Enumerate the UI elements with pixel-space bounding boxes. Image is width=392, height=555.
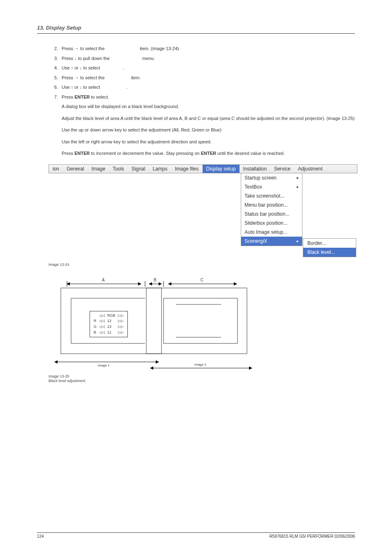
dd-menu-bar-position[interactable]: Menu bar position... — [241, 200, 302, 210]
dd-textbox[interactable]: TextBox▸ — [241, 182, 302, 191]
t: item. (image 13-24) — [138, 46, 179, 51]
ch-g: G — [93, 325, 97, 329]
step-num: 5. — [54, 74, 62, 81]
val-b: 11 — [106, 330, 116, 335]
menu-item-installation[interactable]: Installation — [240, 165, 270, 173]
t: . — [125, 85, 128, 90]
step-2: 2.Press → to select the item. (image 13-… — [54, 45, 355, 52]
footer-doc-id: R5976815 RLM G5I PERFORMER 02/06/2006 — [270, 534, 355, 539]
para-1: A dialog box will be displayed on a blac… — [62, 103, 355, 110]
sub-border[interactable]: Border... — [303, 239, 356, 248]
step-text: Press → to select the item. (image 13-24… — [62, 45, 355, 52]
menu-item-image-files[interactable]: Image files — [171, 165, 202, 173]
t: Press → to select the — [62, 75, 106, 80]
rgb-header: RGB — [106, 313, 116, 318]
menu-item-image[interactable]: Image — [88, 165, 109, 173]
t: Press → to select the — [62, 46, 106, 51]
menu-item-service[interactable]: Service — [270, 165, 294, 173]
caption-image-13-25: Image 13-25 Black level adjustment — [48, 374, 355, 384]
step-5: 5.Press → to select the item. — [54, 74, 355, 81]
chevron-right-icon: ▸ — [297, 184, 299, 189]
menu-bar: ion General Image Tools Signal Lamps Ima… — [48, 164, 357, 173]
t: to increment or decrement the value. Sta… — [90, 151, 201, 156]
step-num: 4. — [54, 64, 62, 71]
menu-item-general[interactable]: General — [63, 165, 88, 173]
dd-status-bar-position[interactable]: Status bar position... — [241, 210, 302, 219]
label-c: C — [201, 278, 203, 282]
caption-line1: Image 13-25 — [48, 374, 355, 379]
label: TextBox — [244, 184, 262, 190]
dd-take-screenshot[interactable]: Take screenshot... — [241, 191, 302, 200]
t: menu. — [141, 56, 155, 61]
label: Startup screen — [244, 175, 277, 181]
arrow-right-icon: ▷▷ — [117, 319, 125, 324]
ch-b: B — [93, 330, 97, 335]
chevron-right-icon: ▸ — [297, 239, 299, 243]
ch-r: R — [93, 319, 97, 324]
step-text: Press ENTER to select. — [62, 94, 355, 101]
sub-black-level[interactable]: Black level... — [303, 248, 356, 257]
display-setup-dropdown: Startup screen▸ TextBox▸ Take screenshot… — [241, 173, 302, 246]
caption-image-13-24: Image 13-24 — [48, 263, 355, 267]
arrow-right-icon: ▷▷ — [117, 330, 125, 335]
menu-item-tools[interactable]: Tools — [109, 165, 128, 173]
label: Menu bar position... — [244, 202, 288, 208]
dd-auto-image-setup[interactable]: Auto Image setup... — [241, 228, 302, 237]
label-image2: Image 2 — [194, 363, 206, 366]
label-b: B — [154, 278, 157, 282]
section-heading: 13. Display Setup — [37, 25, 355, 34]
step-num: 7. — [54, 94, 62, 101]
label: Auto Image setup... — [244, 229, 287, 235]
menu-item-adjustment[interactable]: Adjustment — [294, 165, 326, 173]
step-text: Use ↑ or ↓ to select . — [62, 84, 355, 91]
step-num: 2. — [54, 45, 62, 52]
step-3: 3.Press ↓ to pull down the menu. — [54, 55, 355, 62]
arrow-left-icon: ◁◁ — [98, 330, 106, 335]
label: Black level... — [307, 249, 335, 255]
menu-item-signal[interactable]: Signal — [128, 165, 149, 173]
para-2: Adjust the black level of area A until t… — [62, 115, 355, 122]
arrow-left-icon: ◁◁ — [98, 319, 106, 324]
menu-item-display-setup[interactable]: Display setup — [203, 165, 240, 173]
t: Press — [62, 94, 74, 99]
menu-item-lamps[interactable]: Lamps — [149, 165, 171, 173]
arrow-right-icon: ▷▷ — [117, 313, 125, 318]
arrow-right-icon: ▷▷ — [117, 325, 125, 329]
t: ENTER — [74, 151, 90, 156]
menu-item-ion[interactable]: ion — [49, 165, 63, 173]
dd-scenergix[interactable]: ScenergiX▸ — [241, 237, 302, 246]
t: ENTER — [74, 94, 90, 99]
t: Press — [62, 151, 74, 156]
para-3: Use the up or down arrow key to select t… — [62, 127, 355, 134]
step-text: Press → to select the item. — [62, 74, 355, 81]
t: until the desired value is reached. — [216, 151, 285, 156]
black-level-diagram: ◁◁RGB▷▷ R◁◁12▷▷ G◁◁13▷▷ B◁◁11▷▷ A B C Im… — [48, 276, 262, 374]
page-number: 124 — [37, 534, 44, 539]
val-g: 13 — [106, 325, 116, 329]
step-text: Press ↓ to pull down the menu. — [62, 55, 355, 62]
label: Status bar position... — [244, 211, 289, 217]
t: Press ↓ to pull down the — [62, 56, 111, 61]
dd-sliderbox-position[interactable]: Sliderbox position... — [241, 219, 302, 228]
step-num: 6. — [54, 84, 62, 91]
t: item. — [130, 75, 141, 80]
step-4: 4.Use ↑ or ↓ to select . — [54, 64, 355, 71]
para-5: Press ENTER to increment or decrement th… — [62, 150, 355, 157]
menu-screenshot: ion General Image Tools Signal Lamps Ima… — [48, 164, 357, 246]
scenergix-submenu: Border... Black level... — [303, 238, 356, 257]
step-text: Use ↑ or ↓ to select . — [62, 64, 355, 71]
arrow-left-icon: ◁◁ — [98, 313, 106, 318]
step-6: 6.Use ↑ or ↓ to select . — [54, 84, 355, 91]
label-image1: Image 1 — [98, 364, 110, 367]
instruction-list: 2.Press → to select the item. (image 13-… — [54, 45, 355, 100]
arrow-left-icon: ◁◁ — [98, 325, 106, 329]
label: Border... — [307, 240, 326, 246]
t: ENTER — [201, 151, 216, 156]
label: Sliderbox position... — [244, 220, 288, 226]
t: Use ↑ or ↓ to select — [62, 65, 101, 70]
caption-line2: Black level adjustment — [48, 379, 355, 384]
para-4: Use the left or right arrow key to selec… — [62, 138, 355, 145]
t: Use ↑ or ↓ to select — [62, 85, 101, 90]
dd-startup-screen[interactable]: Startup screen▸ — [241, 173, 302, 182]
label: ScenergiX — [244, 238, 267, 244]
